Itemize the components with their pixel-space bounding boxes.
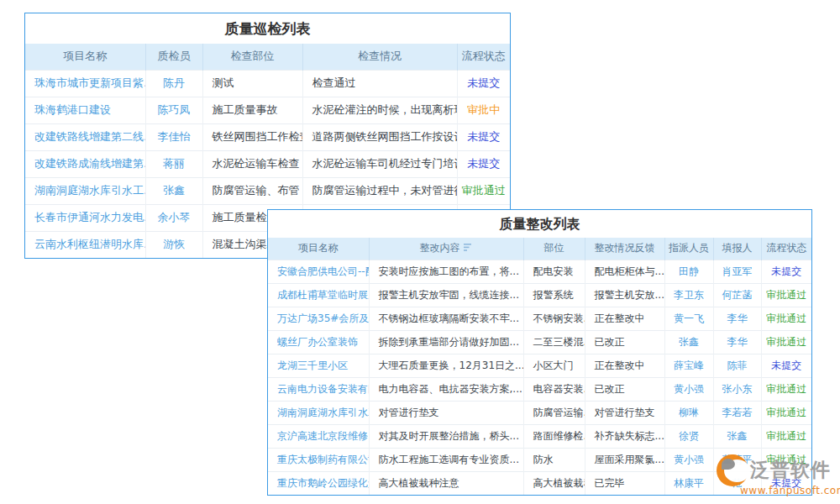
status-badge: 审批通过 [766,336,806,348]
project-link[interactable]: 改建铁路线增建第二线... [34,130,145,143]
column-header-label: 填报人 [722,242,753,254]
reporter-link[interactable]: 肖亚军 [722,265,753,277]
inspector-link[interactable]: 余小琴 [158,211,191,223]
column-header-status: 流程状态 [761,238,811,260]
reporter-link[interactable]: 张小东 [722,383,753,395]
table-row[interactable]: 改建铁路成渝线增建第...蒋丽水泥砼运输车检查水泥砼运输车司机经过专门培训...… [25,150,510,177]
inspector-link[interactable]: 张鑫 [163,184,185,197]
inspection-header-row: 项目名称质检员检查部位检查情况流程状态 [25,44,510,70]
table-row[interactable]: 成都杜甫草堂临时展厅独立展...报警主机安放牢固，线缆连接...报警系统报警主机… [268,283,811,307]
project-link[interactable]: 云南电力设备安装有限公司20... [277,383,369,395]
watermark-brand: 泛普软件 [750,459,831,480]
project-link[interactable]: 成都杜甫草堂临时展厅独立展... [277,289,369,301]
fanpu-logo-icon [717,453,750,486]
cell-status: 审批通过 [761,307,811,330]
assignee-link[interactable]: 徐贤 [679,430,699,442]
project-link[interactable]: 湖南洞庭湖水库引水工... [34,184,145,197]
column-header-label: 整改情况反馈 [595,242,655,254]
cell-inspector: 游恢 [145,231,202,258]
table-row[interactable]: 珠海鹤港口建设陈巧凤施工质量事故水泥砼灌注的时候，出现离析现象审批中 [25,97,510,123]
reporter-link[interactable]: 李华 [727,312,748,324]
content-text: 防水工程施工选调有专业资质... [379,454,519,465]
feedback-text: 已改正 [595,336,625,348]
project-link[interactable]: 万达广场35#会所及咖啡厅空... [277,312,369,324]
cell-assignee: 黄小强 [664,377,713,401]
assignee-link[interactable]: 黄小强 [674,383,704,395]
cell-feedback: 配电柜柜体与... [585,260,664,283]
reporter-link[interactable]: 张鑫 [727,430,748,442]
cell-part: 施工质量事故 [202,97,302,123]
project-link[interactable]: 京沪高速北京段维修 [277,430,368,442]
cell-project: 湖南洞庭湖水库引水工... [25,177,145,204]
project-link[interactable]: 重庆太极制药有限公司亳州中... [277,454,369,465]
cell-inspector: 李佳怡 [145,123,202,150]
table-row[interactable]: 珠海市城市更新项目紫...陈丹测试检查通过未提交 [25,70,510,97]
cell-reporter: 肖亚军 [713,260,761,283]
cell-feedback: 正在整改中 [585,354,664,377]
reporter-link[interactable]: 陈菲 [727,360,748,371]
project-link[interactable]: 螺丝厂办公室装饰 [277,336,358,348]
cell-project: 珠海鹤港口建设 [25,97,145,123]
status-badge: 审批通过 [766,383,806,395]
cell-part: 小区大门 [523,354,585,377]
table-row[interactable]: 京沪高速北京段维修对其及时开展整治措施，桥头...路面维修检...补齐缺失标志.… [268,424,811,448]
table-row[interactable]: 云南电力设备安装有限公司20...电力电容器、电抗器安装方案,...电容器安装.… [268,377,811,401]
cell-part: 铁丝网围挡工作检查 [202,123,302,150]
table-row[interactable]: 螺丝厂办公室装饰拆除到承重墙部分请做好加固...二至三楼混...已改正张鑫李华审… [268,330,811,354]
assignee-link[interactable]: 黄一飞 [674,312,704,324]
project-link[interactable]: 龙湖三千里小区 [277,360,348,371]
cell-content: 报警主机安放牢固，线缆连接... [369,283,523,307]
cell-assignee: 张鑫 [664,330,713,354]
inspector-link[interactable]: 李佳怡 [158,130,191,143]
status-badge: 审批通过 [766,430,806,442]
column-header-content[interactable]: 整改内容 [369,238,523,260]
cell-assignee: 薛宝峰 [664,354,713,377]
assignee-link[interactable]: 田静 [679,265,699,277]
assignee-link[interactable]: 李卫东 [674,289,704,301]
project-link[interactable]: 安徽合肥供电公司--配电设备... [277,265,369,277]
cell-status: 审批通过 [761,424,811,448]
project-link[interactable]: 重庆市鹅岭公园绿化景观提升... [277,477,369,489]
project-link[interactable]: 珠海鹤港口建设 [34,103,111,116]
content-text: 高大植被栽种注意 [379,477,459,489]
content-text: 大理石质量更换，12月31日之... [379,360,524,371]
table-row[interactable]: 安徽合肥供电公司--配电设备...安装时应按施工图的布置，将...配电安装配电柜… [268,260,811,283]
table-row[interactable]: 湖南洞庭湖水库引水工程施工I标对管进行垫支防腐管运输...对管进行垫支柳琳李若若… [268,401,811,424]
assignee-link[interactable]: 柳琳 [679,407,699,418]
cell-reporter: 张鑫 [713,424,761,448]
project-link[interactable]: 珠海市城市更新项目紫... [34,76,145,89]
inspector-link[interactable]: 游恢 [163,238,185,250]
inspector-link[interactable]: 蒋丽 [163,157,185,170]
cell-assignee: 黄小强 [664,448,713,471]
assignee-link[interactable]: 薛宝峰 [674,360,704,371]
column-header-label: 部位 [544,242,564,254]
project-link[interactable]: 改建铁路成渝线增建第... [34,157,145,170]
cell-part: 防腐管运输... [523,401,585,424]
inspector-link[interactable]: 陈巧凤 [158,103,191,116]
project-link[interactable]: 云南水利枢纽潜明水库... [34,238,145,250]
reporter-link[interactable]: 李若若 [722,407,753,418]
assignee-link[interactable]: 林康平 [674,477,704,489]
sort-icon[interactable] [464,243,473,255]
assignee-link[interactable]: 张鑫 [679,336,699,348]
reporter-link[interactable]: 李华 [727,336,748,348]
cell-situation: 道路两侧铁丝网围挡工作按设计... [302,123,457,150]
part-text: 路面维修检... [533,430,585,442]
status-badge: 审批通过 [766,407,806,418]
table-row[interactable]: 万达广场35#会所及咖啡厅空...不锈钢边框玻璃隔断安装不牢...不锈钢安装..… [268,307,811,330]
status-badge: 审批通过 [462,184,506,197]
table-row[interactable]: 改建铁路线增建第二线...李佳怡铁丝网围挡工作检查道路两侧铁丝网围挡工作按设计.… [25,123,510,150]
column-header-label: 流程状态 [766,242,806,254]
project-link[interactable]: 长春市伊通河水力发电... [34,211,145,223]
table-row[interactable]: 湖南洞庭湖水库引水工...张鑫防腐管运输、布管防腐管运输过程中，未对管进行...… [25,177,510,204]
table-row[interactable]: 龙湖三千里小区大理石质量更换，12月31日之...小区大门正在整改中薛宝峰陈菲未… [268,354,811,377]
reporter-link[interactable]: 何芷菡 [722,289,753,301]
cell-feedback: 正在整改中 [585,307,664,330]
rectification-header-row: 项目名称整改内容部位整改情况反馈指派人员填报人流程状态 [268,238,811,260]
cell-project: 重庆市鹅岭公园绿化景观提升... [268,471,369,495]
project-link[interactable]: 湖南洞庭湖水库引水工程施工I标 [277,407,369,418]
cell-status: 未提交 [457,123,510,150]
inspector-link[interactable]: 陈丹 [163,76,185,89]
cell-status: 审批通过 [761,401,811,424]
assignee-link[interactable]: 黄小强 [674,454,704,465]
